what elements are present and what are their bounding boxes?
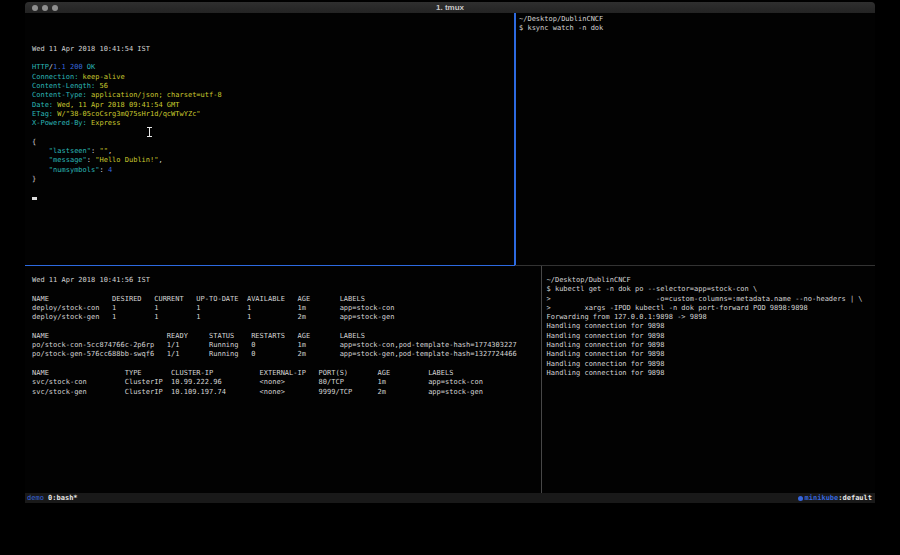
terminal-line: po/stock-con-5cc874766c-2p6rp 1/1 Runnin… [32, 341, 548, 350]
terminal-line [32, 194, 521, 203]
terminal-line: Handling connection for 9898 [547, 350, 879, 359]
pane-http-response[interactable]: Wed 11 Apr 2018 10:41:54 ISTHTTP/1.1 200… [25, 13, 521, 268]
pane-ksync-watch[interactable]: ~/Desktop/DublinCNCF$ ksync watch -n dok [516, 13, 878, 266]
terminal-line: HTTP/1.1 200 OK [32, 63, 521, 72]
traffic-lights [32, 5, 58, 11]
terminal-line: NAME READY STATUS RESTARTS AGE LABELS [32, 332, 548, 341]
terminal-line: svc/stock-gen ClusterIP 10.109.197.74 <n… [32, 388, 548, 397]
tmux-status-bar: demo 0:bash* minikube:default [25, 493, 875, 503]
terminal-line: ~/Desktop/DublinCNCF [519, 15, 878, 24]
pane-kubectl-get[interactable]: Wed 11 Apr 2018 10:41:56 ISTNAME DESIRED… [25, 266, 548, 503]
terminal-line: svc/stock-con ClusterIP 10.99.222.96 <no… [32, 378, 548, 387]
terminal-line: Handling connection for 9898 [547, 322, 879, 331]
terminal-line [32, 184, 521, 193]
terminal-line: deploy/stock-con 1 1 1 1 1m app=stock-co… [32, 304, 548, 313]
status-right: minikube:default [798, 493, 875, 503]
terminal-cursor [32, 197, 37, 200]
terminal-line: > xargs -IPOD kubectl -n dok port-forwar… [547, 304, 879, 313]
terminal-line: Handling connection for 9898 [547, 360, 879, 369]
terminal-line: Handling connection for 9898 [547, 332, 879, 341]
terminal-line: "message": "Hello Dublin!", [32, 156, 521, 165]
window-item-current[interactable]: 0:bash* [44, 494, 82, 502]
terminal-line: "lastseen": "", [32, 147, 521, 156]
terminal-line: Wed 11 Apr 2018 10:41:56 IST [32, 276, 548, 285]
terminal-line: } [32, 175, 521, 184]
zoom-button[interactable] [52, 5, 58, 11]
terminal-line: Handling connection for 9898 [547, 369, 879, 378]
terminal-line [32, 129, 521, 138]
terminal-line: Connection: keep-alive [32, 73, 521, 82]
session-name: demo [27, 494, 44, 502]
terminal-line: Content-Length: 56 [32, 82, 521, 91]
terminal-line: NAME DESIRED CURRENT UP-TO-DATE AVAILABL… [32, 295, 548, 304]
pane-port-forward[interactable]: ~/Desktop/DublinCNCF$ kubectl get -n dok… [543, 266, 879, 503]
terminal-line: Content-Type: application/json; charset=… [32, 91, 521, 100]
terminal-line: NAME TYPE CLUSTER-IP EXTERNAL-IP PORT(S)… [32, 369, 548, 378]
terminal-line: ~/Desktop/DublinCNCF [547, 276, 879, 285]
terminal-line [32, 322, 548, 331]
terminal-line: Handling connection for 9898 [547, 341, 879, 350]
terminal-line: X-Powered-By: Express [32, 119, 521, 128]
terminal-line [32, 360, 548, 369]
terminal-line: Date: Wed, 11 Apr 2018 09:41:54 GMT [32, 101, 521, 110]
terminal-window: 1. tmux Wed 11 Apr 2018 10:41:54 ISTHTTP… [25, 2, 875, 503]
terminal-line: Forwarding from 127.0.0.1:9898 -> 9898 [547, 313, 879, 322]
mouse-ibeam-cursor [147, 127, 152, 137]
kube-context: minikube [805, 493, 839, 503]
terminal-line: $ ksync watch -n dok [519, 24, 878, 33]
title-bar[interactable]: 1. tmux [25, 2, 875, 13]
terminal-line: "numsymbols": 4 [32, 166, 521, 175]
terminal-line: $ kubectl get -n dok po --selector=app=s… [547, 285, 879, 294]
terminal-line: po/stock-gen-576cc688bb-swqf6 1/1 Runnin… [32, 350, 548, 359]
kube-namespace: :default [838, 493, 872, 503]
terminal-line [32, 54, 521, 63]
status-left: demo 0:bash* [25, 493, 82, 503]
window-item-label: 0:bash* [48, 494, 78, 502]
minimize-button[interactable] [42, 5, 48, 11]
terminal-line: { [32, 138, 521, 147]
terminal-line: deploy/stock-gen 1 1 1 1 2m app=stock-ge… [32, 313, 548, 322]
close-button[interactable] [32, 5, 38, 11]
terminal-line [32, 285, 548, 294]
kubernetes-context-icon [798, 496, 803, 501]
window-title: 1. tmux [25, 2, 875, 13]
terminal-line: ETag: W/"38-05coCsrg3mQ75sHr1d/qcWTwYZc" [32, 110, 521, 119]
terminal-line: Wed 11 Apr 2018 10:41:54 IST [32, 45, 521, 54]
terminal-line: > -o=custom-columns=:metadata.name --no-… [547, 295, 879, 304]
